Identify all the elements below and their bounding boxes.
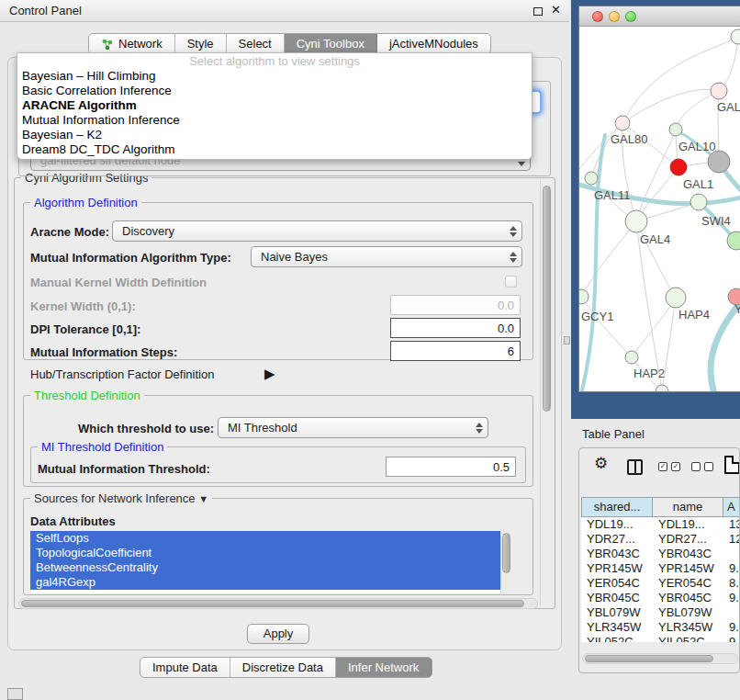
node-table-body: YDL19...YDL19...13 YDR27...YDR27...12 YB… [581,517,740,642]
node-gal11[interactable] [585,172,598,185]
scrollbar-thumb[interactable] [543,186,551,412]
cell: YDR27... [653,532,723,547]
popup-item-basic-correlation[interactable]: Basic Correlation Inference [17,84,532,98]
table-row[interactable]: YBR043CYBR043C [581,547,740,561]
list-item[interactable]: TopologicalCoefficient [30,546,500,560]
table-row[interactable]: YDL19...YDL19...13 [581,517,740,532]
node-gal1-red[interactable] [670,159,687,175]
node-gcy1[interactable] [579,289,589,304]
close-icon[interactable]: ✕ [551,3,561,17]
mi-type-combobox[interactable]: Naive Bayes [251,246,522,267]
close-traffic-light-icon[interactable] [592,11,603,22]
tab-impute-data[interactable]: Impute Data [140,658,230,677]
node-label: GAL80 [611,132,647,146]
algorithm-dropdown-popup: Select algorithm to view settings Bayesi… [17,52,533,160]
hub-definition-label[interactable]: Hub/Transcription Factor Definition [30,367,214,381]
popup-item-dream8[interactable]: Dream8 DC_TDC Algorithm [17,142,532,157]
node-gray[interactable] [708,151,730,173]
settings-horizontal-scrollbar[interactable] [18,598,538,609]
kernel-width-field[interactable]: 0.0 [390,295,521,315]
list-item[interactable]: SelfLoops [30,531,500,546]
table-row[interactable]: YLR345WYLR345W9. [581,620,740,635]
zoom-traffic-light-icon[interactable] [625,11,636,22]
node-label: HAP2 [633,367,665,380]
network-canvas[interactable]: GAL GAL80 GAL10 GAL1 GAL11 SWI4 GAL4 GCY… [579,27,740,392]
node-label: SWI4 [701,214,731,228]
node-hap2[interactable] [625,351,638,364]
popup-item-mutual-information[interactable]: Mutual Information Inference [17,113,532,128]
group-title: Algorithm Definition [30,196,141,209]
aracne-mode-combobox[interactable]: Discovery [112,220,522,242]
popup-item-bayesian-hill-climbing[interactable]: Bayesian – Hill Climbing [17,69,532,84]
deselect-all-icon[interactable] [691,462,713,471]
checked-box-icon: ✓ [658,462,667,471]
dpi-tolerance-field[interactable]: 0.0 [390,318,521,338]
scrollbar-thumb[interactable] [21,600,524,607]
column-header-partial[interactable]: A [723,497,740,517]
popup-prompt: Select algorithm to view settings [17,53,532,69]
tab-infer-network[interactable]: Infer Network [336,658,432,677]
cell [723,605,740,620]
tab-style[interactable]: Style [175,34,227,53]
data-attributes-label: Data Attributes [30,514,116,528]
node-label: GAL4 [640,232,670,246]
node-gal10[interactable] [669,123,682,136]
new-document-icon[interactable] [724,456,740,474]
node[interactable] [711,83,727,99]
scrollbar-thumb[interactable] [585,655,713,662]
node-gal4[interactable] [625,210,647,232]
tab-jactivemnodules[interactable]: jActiveMNodules [377,34,490,53]
minimized-panel-icon[interactable] [7,688,23,700]
tab-discretize-data[interactable]: Discretize Data [230,658,336,677]
network-icon [101,38,114,51]
table-row[interactable]: YBR045CYBR045C9. [581,591,740,605]
node[interactable] [731,29,740,44]
table-horizontal-scrollbar[interactable] [582,653,738,664]
table-row[interactable]: YER054CYER054C8. [581,576,740,591]
tab-network[interactable]: Network [89,34,175,53]
column-visibility-icon[interactable] [627,459,643,475]
tab-label: Discretize Data [242,660,323,674]
scrollbar-thumb[interactable] [502,533,510,573]
node-hap4[interactable] [666,288,686,308]
panel-divider-handle[interactable] [564,336,570,344]
network-window-titlebar[interactable] [579,6,740,27]
node-swi4[interactable] [690,194,707,210]
dpi-tolerance-label: DPI Tolerance [0,1]: [30,322,140,336]
table-row[interactable]: YBL079WYBL079W [581,605,740,620]
node-gal80[interactable] [615,116,630,130]
settings-vertical-scrollbar[interactable] [540,180,552,606]
tab-select[interactable]: Select [227,34,285,53]
which-threshold-combobox[interactable]: MI Threshold [218,417,488,438]
list-item[interactable]: BetweennessCentrality [30,560,500,575]
which-threshold-label: Which threshold to use: [78,422,214,435]
gear-icon[interactable]: ⚙ [594,454,608,473]
apply-button[interactable]: Apply [247,624,309,644]
mi-threshold-field[interactable]: 0.5 [386,457,516,477]
tab-cyni-toolbox[interactable]: Cyni Toolbox [285,34,377,53]
column-header-shared-name[interactable]: shared... [581,497,653,517]
expand-right-icon[interactable]: ▶ [264,366,275,382]
cell: 9. [723,620,740,635]
float-window-icon[interactable] [533,7,543,16]
select-all-icon[interactable]: ✓ ✓ [658,462,680,471]
network-view-window[interactable]: GAL GAL80 GAL10 GAL1 GAL11 SWI4 GAL4 GCY… [578,6,740,392]
table-row[interactable]: YIL052CYIL052C9. [581,635,740,642]
minimize-traffic-light-icon[interactable] [609,11,620,22]
manual-kernel-checkbox[interactable] [505,276,517,288]
combobox-value: Naive Bayes [252,250,505,264]
list-scrollbar[interactable] [500,531,511,593]
collapse-down-icon[interactable]: ▼ [198,493,208,504]
popup-item-aracne[interactable]: ARACNE Algorithm [17,98,532,113]
table-row[interactable]: YPR145WYPR145W9. [581,561,740,576]
combobox-stepper-icon [471,423,488,434]
node-label: GAL1 [683,177,713,191]
cell [723,547,740,561]
combobox-value: Discovery [113,224,505,238]
popup-item-bayesian-k2[interactable]: Bayesian – K2 [17,128,532,142]
table-row[interactable]: YDR27...YDR27...12 [581,532,740,547]
list-item[interactable]: gal4RGexp [30,575,500,590]
column-header-name[interactable]: name [653,497,723,517]
mi-steps-field[interactable]: 6 [390,341,521,361]
cell: YBR043C [653,547,723,561]
